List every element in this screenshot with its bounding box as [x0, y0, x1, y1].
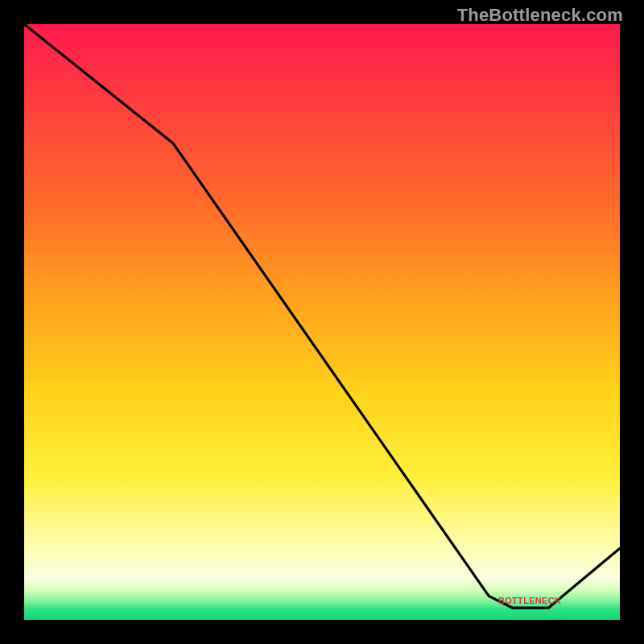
watermark-text: TheBottleneck.com — [457, 5, 623, 26]
plot-area: BOTTLENECK — [24, 24, 620, 620]
chart-stage: TheBottleneck.com BOTTLENECK — [0, 0, 644, 644]
line-layer — [24, 24, 620, 620]
series-curve — [24, 24, 620, 608]
bottom-annotation: BOTTLENECK — [498, 596, 561, 605]
